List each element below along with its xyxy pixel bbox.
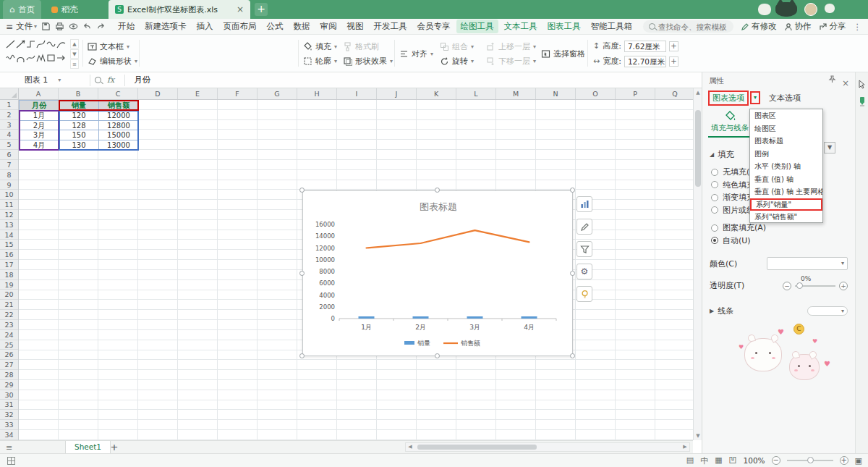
table-header-cell[interactable]: 月份	[20, 101, 59, 111]
radio-icon[interactable]	[711, 194, 718, 201]
document-tab[interactable]: S Excel制作双坐标图表.xls ×	[109, 0, 250, 19]
eye-protection-icon[interactable]: 中	[700, 455, 708, 466]
column-header-E[interactable]: E	[178, 88, 218, 99]
sheet-tab-sheet1[interactable]: Sheet1	[65, 441, 111, 454]
spreadsheet-grid[interactable]: ABCDEFGHIJKLMNOPQ 1234567891011121314151…	[0, 88, 693, 440]
transparency-plus-button[interactable]: +	[839, 282, 848, 290]
chart-handle[interactable]	[570, 353, 575, 358]
shape-tool-icon-8[interactable]	[16, 54, 25, 62]
shape-tool-icon-7[interactable]	[6, 54, 15, 62]
group-button[interactable]: 组合▾	[440, 41, 474, 52]
menu-item-会员专享[interactable]: 会员专享	[413, 20, 455, 33]
cursor-icon[interactable]	[858, 80, 866, 89]
row-headers[interactable]: 1234567891011121314151617181920212223242…	[0, 100, 19, 440]
avatar[interactable]	[804, 3, 817, 16]
align-button[interactable]: 对齐▾	[399, 49, 433, 59]
chart-handle[interactable]	[570, 188, 575, 193]
print-icon[interactable]	[55, 22, 64, 31]
insert-function-fx[interactable]: fx	[107, 75, 114, 85]
menu-item-视图[interactable]: 视图	[343, 20, 368, 33]
page-layout-icon[interactable]: ▦	[715, 455, 722, 466]
color-dropdown[interactable]: ▾	[767, 257, 848, 270]
row-header-15[interactable]: 15	[0, 240, 18, 250]
height-stepper[interactable]: +	[669, 41, 678, 51]
zoom-formula-icon[interactable]	[95, 77, 101, 83]
menu-item-绘图工具[interactable]: 绘图工具	[456, 20, 498, 33]
column-headers[interactable]: ABCDEFGHIJKLMNOPQ	[19, 88, 693, 100]
add-sheet-button[interactable]: +	[109, 442, 120, 453]
grid-view-icon[interactable]: ▤	[686, 455, 694, 466]
row-header-3[interactable]: 3	[0, 120, 18, 130]
width-field[interactable]: 12.70厘米	[624, 56, 666, 67]
table-cell[interactable]: 15000	[99, 130, 139, 140]
zoom-in-button[interactable]: +	[840, 456, 848, 465]
scrollbar-thumb[interactable]	[695, 110, 701, 187]
column-header-J[interactable]: J	[377, 88, 417, 99]
horizontal-scrollbar[interactable]: ◀ ▶	[405, 442, 690, 452]
table-cell[interactable]: 150	[59, 130, 99, 140]
row-header-25[interactable]: 25	[0, 340, 18, 350]
scroll-right-icon[interactable]: ▶	[681, 443, 689, 451]
row-header-6[interactable]: 6	[0, 150, 18, 160]
home-tab[interactable]: ⌂ 首页	[3, 0, 41, 19]
shape-tool-icon-12[interactable]	[56, 54, 66, 62]
row-header-29[interactable]: 29	[0, 380, 18, 390]
column-header-C[interactable]: C	[98, 88, 138, 99]
save-icon[interactable]	[41, 22, 51, 31]
chart-handle[interactable]	[299, 353, 305, 358]
dropdown-item-系列"销量"[interactable]: 系列"销量"	[750, 198, 822, 211]
menu-item-新建选项卡[interactable]: 新建选项卡	[140, 20, 191, 33]
share-button[interactable]: 分享	[819, 21, 846, 32]
row-header-22[interactable]: 22	[0, 310, 18, 320]
bring-forward-button[interactable]: 上移一层▾	[486, 41, 536, 52]
row-header-16[interactable]: 16	[0, 250, 18, 260]
row-header-8[interactable]: 8	[0, 170, 18, 180]
column-header-M[interactable]: M	[496, 88, 536, 99]
fill-option-自动(U)[interactable]: 自动(U)	[711, 235, 855, 248]
row-header-33[interactable]: 33	[0, 420, 18, 430]
shape-tool-icon-4[interactable]	[36, 40, 46, 49]
radio-icon[interactable]	[711, 224, 718, 232]
row-header-23[interactable]: 23	[0, 320, 18, 330]
column-header-A[interactable]: A	[19, 88, 59, 99]
table-cell[interactable]: 130	[59, 140, 99, 151]
menu-item-开始[interactable]: 开始	[114, 20, 139, 33]
shape-tool-icon-6[interactable]	[56, 40, 66, 49]
row-header-14[interactable]: 14	[0, 230, 18, 240]
row-header-30[interactable]: 30	[0, 390, 18, 400]
row-header-31[interactable]: 31	[0, 400, 18, 410]
chart-object[interactable]: 图表标题020004000600080001000012000140001600…	[302, 190, 573, 356]
line-section-header[interactable]: 线条	[718, 306, 733, 316]
radio-icon[interactable]	[711, 237, 718, 244]
data-table[interactable]: 月份销量销售额1月120120002月128128003月150150004月1…	[19, 100, 139, 151]
table-header-cell[interactable]: 销售额	[99, 101, 139, 111]
row-header-26[interactable]: 26	[0, 350, 18, 360]
new-document-button[interactable]: +	[255, 3, 268, 16]
selection-pane-button[interactable]: 选择窗格	[541, 49, 585, 59]
select-all-corner[interactable]	[0, 88, 19, 100]
pin-icon[interactable]	[828, 75, 836, 83]
table-cell[interactable]: 2月	[20, 121, 59, 131]
more-menu-icon[interactable]: ⋮	[854, 22, 863, 32]
scrollbar-thumb[interactable]	[417, 445, 537, 450]
chart-settings-gear-button[interactable]: ⚙	[576, 264, 592, 279]
table-cell[interactable]: 3月	[20, 130, 59, 140]
menu-item-审阅[interactable]: 审阅	[316, 20, 341, 33]
shape-tool-icon-3[interactable]	[26, 40, 35, 49]
chart-filter-button[interactable]	[576, 241, 592, 257]
menu-item-插入[interactable]: 插入	[192, 20, 218, 33]
redo-icon[interactable]	[96, 22, 106, 31]
radio-icon[interactable]	[711, 181, 718, 188]
row-header-1[interactable]: 1	[0, 100, 18, 110]
chart-handle[interactable]	[570, 271, 575, 276]
shape-effects-button[interactable]: 形状效果▾	[343, 56, 393, 67]
hamburger-icon[interactable]: ≡	[6, 22, 13, 32]
highlighter-icon[interactable]	[858, 96, 867, 106]
table-cell[interactable]: 12000	[99, 111, 139, 121]
menu-item-公式[interactable]: 公式	[263, 20, 288, 33]
chart-tip-bulb-button[interactable]	[576, 286, 592, 302]
shape-tool-icon-1[interactable]	[6, 40, 15, 49]
dropdown-item-水平 (类别) 轴[interactable]: 水平 (类别) 轴	[750, 160, 822, 173]
dropdown-item-绘图区[interactable]: 绘图区	[750, 122, 822, 135]
sheet-list-icon[interactable]: ≡	[6, 443, 12, 453]
